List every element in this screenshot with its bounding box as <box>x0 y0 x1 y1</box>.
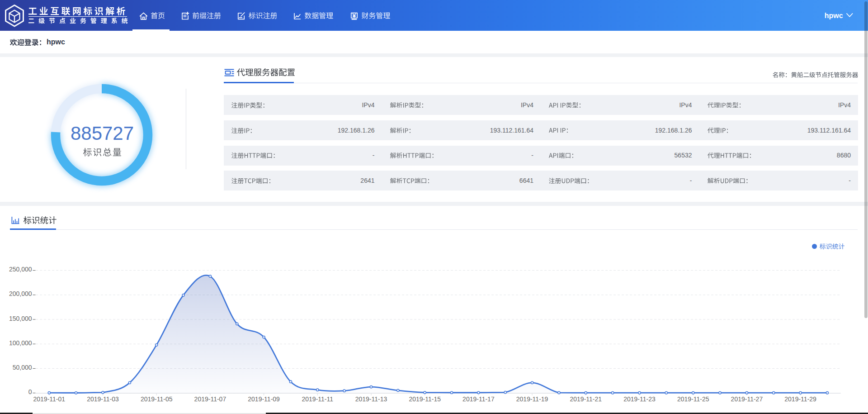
svg-text:2019-11-27: 2019-11-27 <box>731 395 763 403</box>
svg-text:2019-11-17: 2019-11-17 <box>462 395 495 403</box>
svg-text:2019-11-05: 2019-11-05 <box>141 395 173 403</box>
svg-text:2019-11-03: 2019-11-03 <box>87 395 119 403</box>
svg-text:50,000: 50,000 <box>13 364 32 371</box>
svg-text:2019-11-09: 2019-11-09 <box>248 395 280 403</box>
svg-text:2019-11-23: 2019-11-23 <box>623 395 656 403</box>
svg-text:0: 0 <box>28 388 32 395</box>
svg-text:2019-11-11: 2019-11-11 <box>302 395 334 403</box>
svg-text:2019-11-25: 2019-11-25 <box>677 395 709 403</box>
svg-text:2019-11-19: 2019-11-19 <box>516 395 548 403</box>
svg-text:2019-11-29: 2019-11-29 <box>784 395 816 403</box>
svg-text:150,000: 150,000 <box>9 315 32 322</box>
svg-text:200,000: 200,000 <box>9 290 32 297</box>
svg-text:2019-11-07: 2019-11-07 <box>194 395 226 403</box>
svg-text:2019-11-15: 2019-11-15 <box>409 395 441 403</box>
svg-text:2019-11-13: 2019-11-13 <box>355 395 387 403</box>
svg-text:250,000: 250,000 <box>9 266 32 273</box>
svg-text:2019-11-01: 2019-11-01 <box>33 395 66 403</box>
svg-text:100,000: 100,000 <box>9 339 32 347</box>
svg-text:2019-11-21: 2019-11-21 <box>570 395 602 403</box>
